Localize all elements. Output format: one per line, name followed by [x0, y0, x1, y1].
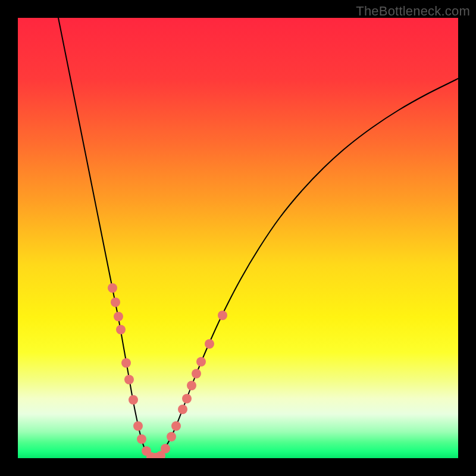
scatter-point	[137, 434, 146, 444]
scatter-point	[111, 298, 120, 307]
scatter-point	[205, 339, 214, 349]
scatter-point	[187, 381, 196, 390]
scatter-point	[192, 369, 201, 378]
bottleneck-chart	[18, 18, 458, 458]
scatter-point	[182, 394, 192, 403]
scatter-point	[167, 432, 176, 441]
scatter-point	[133, 421, 143, 431]
scatter-point	[178, 405, 187, 414]
scatter-point	[161, 444, 170, 453]
scatter-point	[218, 311, 227, 320]
chart-frame	[18, 18, 458, 458]
scatter-point	[116, 325, 126, 334]
scatter-point	[124, 375, 134, 384]
scatter-point	[129, 395, 138, 405]
scatter-point	[108, 283, 117, 293]
gradient-background	[18, 18, 458, 458]
watermark-text: TheBottleneck.com	[356, 4, 470, 19]
scatter-point	[171, 421, 181, 431]
scatter-point	[114, 312, 123, 321]
scatter-point	[121, 358, 131, 368]
scatter-point	[196, 357, 206, 367]
